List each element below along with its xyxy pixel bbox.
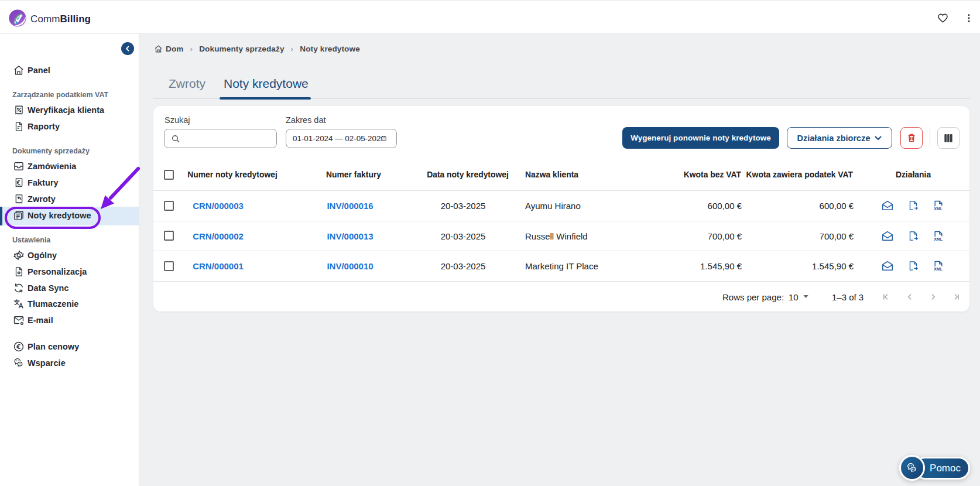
svg-text:XML: XML <box>934 237 943 241</box>
svg-text:XML: XML <box>934 267 943 271</box>
svg-text:XML: XML <box>934 207 943 211</box>
